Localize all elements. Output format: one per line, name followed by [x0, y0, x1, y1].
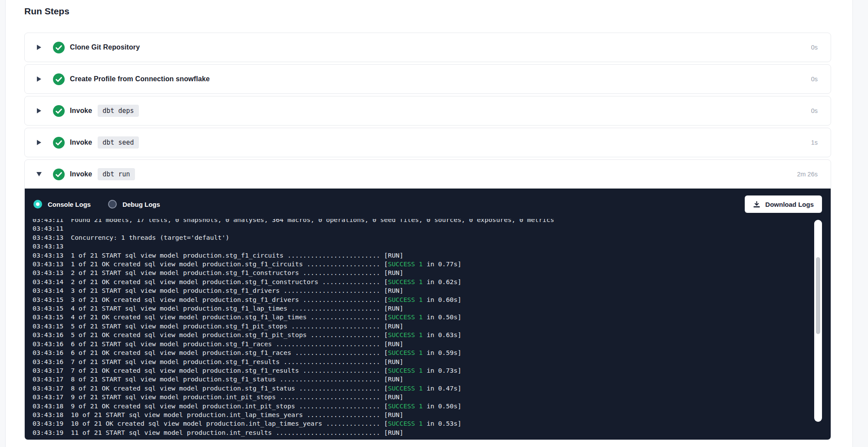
log-timestamp: 03:43:16 [33, 340, 63, 348]
log-message: 5 of 21 START sql view model production.… [71, 322, 403, 330]
log-success-badge: SUCCESS 1 [388, 278, 423, 285]
log-success-badge: SUCCESS 1 [388, 384, 423, 392]
success-check-icon [53, 169, 65, 180]
chevron-right-icon[interactable] [36, 44, 42, 50]
chevron-right-icon[interactable] [36, 139, 42, 146]
chevron-down-icon[interactable] [36, 171, 42, 177]
run-steps-list: Clone Git Repository0sCreate Profile fro… [24, 33, 831, 440]
run-steps-section: Run Steps Clone Git Repository0sCreate P… [24, 0, 831, 440]
chevron-right-icon[interactable] [36, 108, 42, 114]
step-command-badge: dbt run [98, 168, 135, 180]
log-timestamp: 03:43:13 [33, 260, 63, 268]
log-message-suffix: in 0.62s] [423, 278, 461, 285]
log-timestamp: 03:43:19 [33, 428, 63, 437]
log-scrollbar-thumb[interactable] [816, 257, 820, 334]
log-timestamp: 03:43:17 [33, 366, 63, 375]
log-success-badge: SUCCESS 1 [388, 296, 423, 303]
log-timestamp: 03:43:16 [33, 331, 63, 339]
step-label: Invoke [70, 107, 92, 115]
log-message: 11 of 21 START sql view model production… [71, 429, 403, 436]
log-line: 03:43:142 of 21 OK created sql view mode… [33, 278, 831, 286]
log-timestamp: 03:43:14 [33, 286, 63, 295]
log-message: 10 of 21 START sql view model production… [71, 411, 403, 418]
radio-selected-icon[interactable] [33, 200, 42, 209]
run-step-card: Invokedbt seed1s [24, 128, 831, 157]
log-line: 03:43:1810 of 21 START sql view model pr… [33, 411, 831, 419]
run-step-header[interactable]: Invokedbt deps0s [25, 96, 831, 125]
step-duration: 2m 26s [797, 171, 818, 178]
log-line: 03:43:13 [33, 242, 831, 251]
log-line: 03:43:132 of 21 START sql view model pro… [33, 268, 831, 277]
log-success-badge: SUCCESS 1 [388, 367, 423, 374]
log-timestamp: 03:43:15 [33, 322, 63, 331]
log-timestamp: 03:43:15 [33, 304, 63, 313]
log-line: 03:43:153 of 21 OK created sql view mode… [33, 295, 831, 304]
log-line: 03:43:11 [33, 224, 831, 233]
log-message: 2 of 21 START sql view model production.… [71, 269, 403, 276]
log-line: 03:43:167 of 21 START sql view model pro… [33, 358, 831, 366]
log-message-suffix: in 0.47s] [423, 384, 461, 392]
log-message: 4 of 21 OK created sql view model produc… [71, 313, 388, 321]
log-timestamp: 03:43:18 [33, 411, 63, 419]
log-message: 1 of 21 OK created sql view model produc… [71, 260, 388, 268]
run-step-card: Create Profile from Connection snowflake… [24, 64, 831, 94]
log-message: 9 of 21 OK created sql view model produc… [71, 402, 388, 410]
console-log-output[interactable]: 03:43:11Found 21 models, 17 tests, 0 sna… [25, 219, 831, 437]
log-line: 03:43:165 of 21 OK created sql view mode… [33, 331, 831, 339]
step-label: Invoke [70, 170, 92, 178]
run-step-card: Invokedbt deps0s [24, 96, 831, 126]
step-label: Create Profile from Connection snowflake [70, 75, 210, 83]
log-message-suffix: in 0.73s] [423, 367, 461, 374]
log-message: 10 of 21 OK created sql view model produ… [71, 420, 388, 427]
log-message: 3 of 21 START sql view model production.… [71, 287, 403, 294]
log-success-badge: SUCCESS 1 [388, 420, 423, 427]
step-command-badge: dbt seed [98, 136, 138, 149]
log-message-suffix: in 0.50s] [423, 313, 461, 321]
log-line: 03:43:154 of 21 OK created sql view mode… [33, 313, 831, 321]
log-message: 4 of 21 START sql view model production.… [71, 305, 403, 312]
log-message: 7 of 21 OK created sql view model produc… [71, 367, 388, 374]
log-message-suffix: in 0.50s] [423, 402, 461, 410]
run-step-header[interactable]: Invokedbt run2m 26s [25, 160, 831, 189]
log-line: 03:43:131 of 21 START sql view model pro… [33, 251, 831, 260]
log-line: 03:43:166 of 21 START sql view model pro… [33, 340, 831, 348]
debug-logs-radio[interactable]: Debug Logs [108, 200, 160, 209]
log-success-badge: SUCCESS 1 [388, 313, 423, 321]
success-check-icon [53, 137, 65, 149]
log-line: 03:43:178 of 21 OK created sql view mode… [33, 384, 831, 393]
log-line: 03:43:189 of 21 OK created sql view mode… [33, 402, 831, 411]
chevron-right-icon[interactable] [36, 76, 42, 82]
log-message: 1 of 21 START sql view model production.… [71, 252, 403, 259]
download-logs-button[interactable]: Download Logs [745, 195, 822, 213]
run-step-header[interactable]: Invokedbt seed1s [25, 128, 831, 157]
log-line: 03:43:13Concurrency: 1 threads (target='… [33, 233, 831, 242]
run-step-card: Clone Git Repository0s [24, 33, 831, 62]
log-timestamp: 03:43:15 [33, 313, 63, 321]
log-line: 03:43:177 of 21 OK created sql view mode… [33, 366, 831, 375]
download-logs-label: Download Logs [765, 201, 814, 208]
log-timestamp: 03:43:14 [33, 278, 63, 286]
log-timestamp: 03:43:11 [33, 219, 63, 224]
log-success-badge: SUCCESS 1 [388, 349, 423, 356]
log-timestamp: 03:43:19 [33, 419, 63, 428]
log-timestamp: 03:43:17 [33, 393, 63, 401]
log-timestamp: 03:43:11 [33, 224, 63, 233]
step-duration: 0s [811, 107, 818, 114]
run-step-header[interactable]: Clone Git Repository0s [25, 33, 831, 62]
log-message: 7 of 21 START sql view model production.… [71, 358, 403, 365]
console-log-panel: Console LogsDebug LogsDownload Logs03:43… [25, 189, 831, 440]
log-success-badge: SUCCESS 1 [388, 260, 423, 268]
log-message: 8 of 21 START sql view model production.… [71, 375, 403, 383]
log-scrollbar-track[interactable] [814, 220, 822, 422]
log-timestamp: 03:43:13 [33, 251, 63, 260]
console-logs-radio[interactable]: Console Logs [33, 200, 91, 209]
console-logs-label: Console Logs [48, 201, 91, 208]
radio-unselected-icon[interactable] [108, 200, 117, 209]
log-timestamp: 03:43:17 [33, 384, 63, 393]
run-step-header[interactable]: Create Profile from Connection snowflake… [25, 65, 831, 93]
step-duration: 1s [811, 139, 818, 146]
log-timestamp: 03:43:13 [33, 242, 63, 251]
console-toolbar: Console LogsDebug LogsDownload Logs [25, 189, 831, 213]
log-message: Concurrency: 1 threads (target='default'… [71, 234, 229, 241]
page-right-gutter [852, 0, 868, 447]
